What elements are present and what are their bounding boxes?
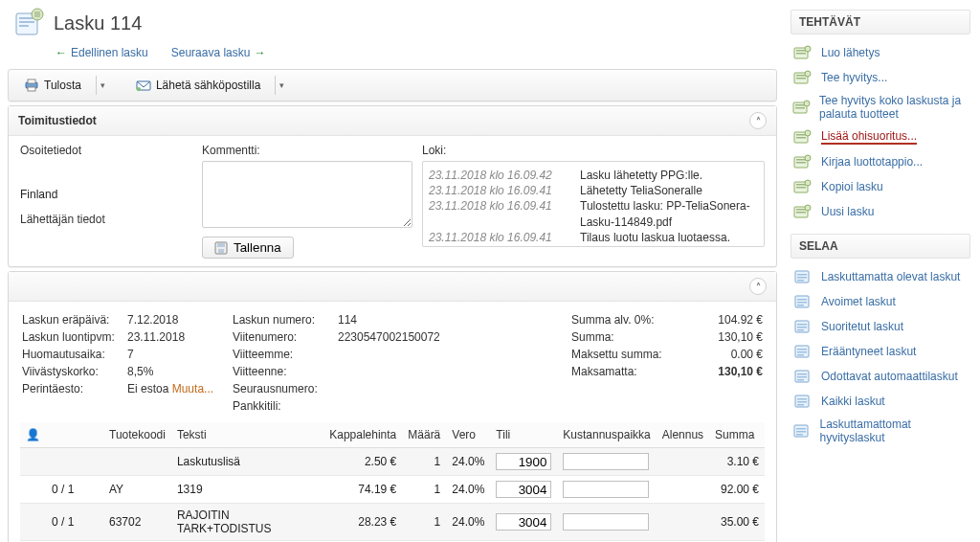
svg-rect-56	[797, 351, 807, 353]
browse-action-5[interactable]: Kaikki laskut	[791, 389, 970, 414]
prev-invoice-label: Edellinen lasku	[71, 46, 148, 59]
svg-rect-19	[796, 75, 806, 77]
svg-rect-49	[797, 305, 804, 306]
paid-label: Maksettu summa:	[571, 348, 686, 361]
svg-rect-5	[34, 11, 40, 17]
list-icon	[792, 422, 813, 440]
svg-rect-39	[796, 209, 806, 211]
created-value: 23.11.2018	[127, 330, 233, 344]
tasks-header: TEHTÄVÄT	[791, 10, 970, 34]
acct-input[interactable]	[496, 513, 551, 531]
task-icon	[792, 69, 813, 86]
task-action-5[interactable]: Kopioi lasku	[791, 174, 970, 199]
acct-input[interactable]	[496, 453, 551, 470]
collapse-button[interactable]: ˄	[749, 278, 767, 295]
svg-rect-55	[797, 349, 807, 350]
save-comment-button[interactable]: Tallenna	[202, 237, 294, 259]
bank-label: Pankkitili:	[233, 399, 338, 413]
col-qty[interactable]: Määrä	[402, 422, 446, 448]
svg-rect-44	[797, 277, 807, 279]
invoice-summary: Laskun eräpäivä: 7.12.2018 Laskun numero…	[20, 309, 765, 422]
cc-input[interactable]	[563, 481, 649, 498]
svg-rect-52	[797, 327, 807, 328]
col-vat[interactable]: Vero	[446, 422, 490, 448]
print-button[interactable]: Tulosta	[14, 74, 90, 97]
unpaid-value: 130,10 €	[686, 365, 763, 378]
browse-action-1[interactable]: Avoimet laskut	[791, 289, 970, 314]
browse-label: Suoritetut laskut	[821, 320, 903, 333]
table-row[interactable]: Laskutuslisä 2.50 € 1 24.0% 3.10 €	[20, 448, 765, 476]
mail-icon	[135, 77, 152, 94]
task-label: Lisää ohisuoritus...	[821, 129, 917, 145]
browse-action-6[interactable]: Laskuttamattomat hyvityslaskut	[791, 414, 970, 448]
next-invoice-label: Seuraava lasku	[171, 46, 251, 59]
next-invoice-link[interactable]: Seuraava lasku →	[171, 46, 266, 59]
col-cc[interactable]: Kustannuspaikka	[557, 422, 656, 448]
col-code[interactable]: Tuotekoodi	[103, 422, 171, 448]
browse-label: Odottavat automaattilaskut	[821, 370, 958, 383]
svg-rect-31	[796, 159, 806, 161]
task-icon	[792, 203, 813, 220]
svg-rect-63	[797, 398, 807, 400]
svg-rect-51	[797, 324, 807, 326]
vat0-value: 104.92 €	[686, 313, 763, 327]
collect-label: Perintäesto:	[22, 382, 127, 395]
interest-value: 8,5%	[127, 365, 233, 378]
task-action-0[interactable]: Luo lähetys	[791, 40, 970, 65]
collapse-button[interactable]: ˄	[749, 112, 767, 129]
task-action-3[interactable]: Lisää ohisuoritus...	[791, 124, 970, 149]
col-unit[interactable]: Kappalehinta	[323, 422, 402, 448]
print-label: Tulosta	[44, 79, 81, 92]
svg-rect-40	[796, 212, 806, 214]
due-label: Laskun eräpäivä:	[22, 313, 127, 327]
email-dropdown[interactable]: ▾	[275, 76, 288, 95]
col-text[interactable]: Teksti	[171, 422, 323, 448]
task-label: Tee hyvitys...	[821, 71, 887, 84]
comment-label: Kommentti:	[202, 144, 412, 157]
svg-rect-28	[796, 137, 806, 139]
table-row[interactable]: 0 / 1 63702 RAJOITIN TARK+TODISTUS 28.23…	[20, 504, 765, 541]
print-dropdown[interactable]: ▾	[96, 76, 109, 95]
task-icon	[792, 44, 813, 61]
cc-input[interactable]	[563, 513, 649, 531]
log-list: 23.11.2018 klo 16.09.42Lasku lähetetty P…	[422, 161, 765, 247]
browse-label: Laskuttamattomat hyvityslaskut	[820, 418, 969, 444]
collect-change-link[interactable]: Muuta...	[172, 382, 213, 395]
task-label: Luo lähetys	[821, 46, 880, 59]
col-acct[interactable]: Tili	[490, 422, 557, 448]
svg-rect-67	[796, 428, 806, 430]
browse-action-3[interactable]: Erääntyneet laskut	[791, 339, 970, 364]
comment-input[interactable]	[202, 161, 412, 228]
email-button[interactable]: Lähetä sähköpostilla	[126, 74, 269, 97]
ourref-value	[338, 348, 501, 361]
task-action-6[interactable]: Uusi lasku	[791, 199, 970, 224]
acct-input[interactable]	[496, 481, 551, 498]
svg-rect-3	[19, 25, 29, 27]
task-action-4[interactable]: Kirjaa luottotappio...	[791, 149, 970, 174]
delivery-panel-title: Toimitustiedot	[18, 114, 97, 127]
ref-value: 2230547002150072	[338, 330, 501, 344]
save-label: Tallenna	[234, 240, 281, 255]
browse-action-4[interactable]: Odottavat automaattilaskut	[791, 364, 970, 389]
arrow-left-icon: ←	[56, 46, 67, 59]
browse-action-0[interactable]: Laskuttamatta olevat laskut	[791, 264, 970, 289]
browse-action-2[interactable]: Suoritetut laskut	[791, 314, 970, 339]
log-row: 23.11.2018 klo 16.09.41Tilaus luotu lask…	[429, 230, 758, 245]
prev-invoice-link[interactable]: ← Edellinen lasku	[56, 46, 148, 59]
svg-rect-69	[796, 434, 803, 436]
table-row[interactable]: 0 / 1 AY 1319 74.19 € 1 24.0% 92.00 €	[20, 476, 765, 504]
total-label: Summa:	[571, 330, 686, 344]
cc-input[interactable]	[563, 453, 649, 470]
svg-point-10	[137, 87, 141, 91]
task-action-1[interactable]: Tee hyvitys...	[791, 65, 970, 90]
invoice-lines-table: 👤 Tuotekoodi Teksti Kappalehinta Määrä V…	[20, 422, 765, 542]
task-action-2[interactable]: Tee hyvitys koko laskusta ja palauta tuo…	[791, 90, 970, 124]
task-label: Kopioi lasku	[821, 180, 883, 193]
svg-rect-36	[796, 187, 806, 189]
col-sum[interactable]: Summa	[709, 422, 765, 448]
list-icon	[792, 268, 813, 285]
col-disc[interactable]: Alennus	[657, 422, 709, 448]
browse-label: Laskuttamatta olevat laskut	[821, 270, 960, 283]
svg-point-37	[805, 180, 811, 186]
printer-icon	[23, 77, 40, 94]
